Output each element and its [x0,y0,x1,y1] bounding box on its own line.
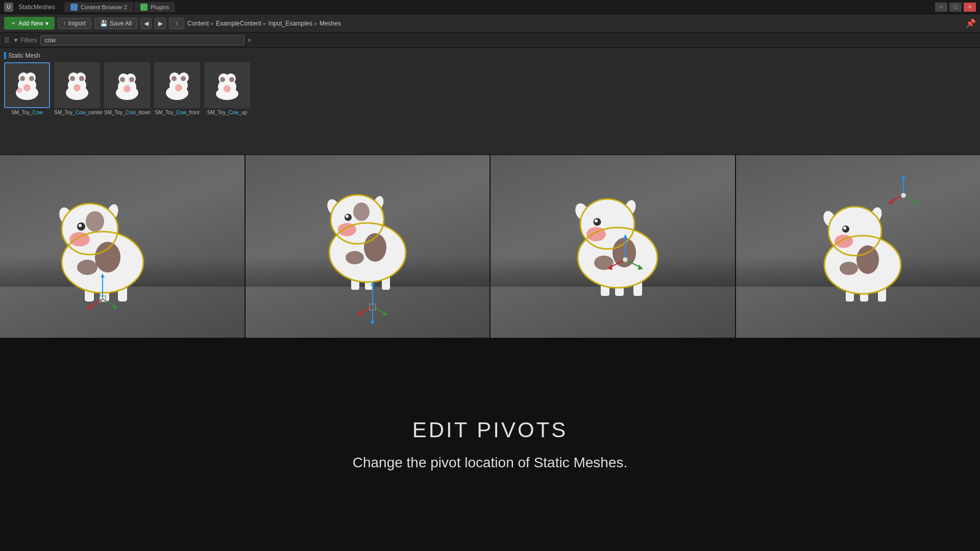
title-bar: U StaticMeshes Content Browser 2 Plugins… [0,0,980,14]
content-area: Static Mesh [0,48,980,551]
import-icon: ↑ [63,20,66,27]
svg-point-106 [840,262,858,275]
svg-marker-97 [623,234,627,238]
edit-pivots-title: EDIT PIVOTS [412,418,568,442]
list-item[interactable]: SM_Toy_Cow_center [54,62,100,115]
asset-name: SM_Toy_Cow_center [54,110,100,115]
viewport-grid [0,155,980,338]
breadcrumb-meshes[interactable]: Meshes [320,20,341,27]
chevron-down-icon: ▾ [45,20,48,27]
filter-bar: ☰ ▼ Filters × [0,33,980,48]
svg-point-38 [95,242,120,272]
plus-icon: ＋ [10,19,16,28]
asset-thumbnail[interactable] [204,62,250,108]
svg-point-7 [17,88,22,93]
svg-rect-91 [601,280,609,296]
asset-browser: Static Mesh [0,48,980,155]
svg-point-40 [86,211,104,232]
main-toolbar: ＋ Add New ▾ ↑ Import 💾 Save All ◀ ▶ ↑ Co… [0,14,980,33]
cow-thumbnail-5 [209,67,245,103]
up-button[interactable]: ↑ [169,18,184,29]
window-controls: ─ □ ✕ [935,3,976,12]
svg-marker-78 [357,311,362,316]
viewport-bg-4 [736,155,981,338]
breadcrumb-input-examples[interactable]: Input_Examples [268,20,312,27]
close-button[interactable]: ✕ [964,3,976,12]
svg-point-27 [181,76,186,81]
asset-thumbnail[interactable] [104,62,150,108]
tab-content-browser[interactable]: Content Browser 2 [64,2,133,12]
list-item[interactable]: SM_Toy_Cow_front [154,62,200,115]
cow-thumbnail-4 [159,67,195,103]
svg-marker-99 [607,265,612,270]
pivot-gizmo-2 [357,282,398,328]
category-label: Static Mesh [4,52,976,59]
viewport-3[interactable] [491,155,736,338]
clear-search-button[interactable]: × [248,36,252,44]
asset-name: SM_Toy_Cow_up [207,110,247,115]
svg-point-61 [346,251,364,264]
svg-point-62 [353,203,370,221]
bottom-panel: EDIT PIVOTS Change the pivot location of… [0,338,980,551]
breadcrumb: Content ▸ ExampleContent ▸ Input_Example… [187,20,341,27]
pin-button[interactable]: 📌 [966,18,976,28]
svg-marker-74 [371,282,375,286]
svg-marker-122 [914,199,919,204]
asset-name: SM_Toy_Cow [11,110,43,115]
svg-point-13 [79,76,84,81]
asset-thumbnail[interactable] [54,62,100,108]
view-options-button[interactable]: ☰ [4,37,10,44]
svg-marker-56 [113,304,118,309]
svg-point-123 [901,193,906,198]
breadcrumb-content[interactable]: Content [187,20,209,27]
viewport-1[interactable] [0,155,246,338]
svg-marker-101 [638,265,643,270]
asset-thumbnail[interactable] [4,62,50,108]
pivot-gizmo-1 [87,273,128,314]
minimize-button[interactable]: ─ [935,3,947,12]
tab-plugins[interactable]: Plugins [134,2,175,12]
svg-point-6 [23,84,31,91]
forward-button[interactable]: ▶ [155,18,166,29]
svg-point-34 [229,77,234,82]
edit-pivots-subtitle: Change the pivot location of Static Mesh… [353,455,628,471]
svg-point-42 [79,224,82,227]
asset-thumbnail[interactable] [154,62,200,108]
list-item[interactable]: SM_Toy_Cow_down [104,62,150,115]
list-item[interactable]: SM_Toy_Cow_up [204,62,250,115]
viewport-bg-3 [491,155,735,338]
add-new-button[interactable]: ＋ Add New ▾ [4,17,55,30]
asset-grid: SM_Toy_Cow SM_Toy_C [4,62,976,115]
import-button[interactable]: ↑ Import [58,18,91,29]
search-input[interactable] [40,35,244,45]
cow-thumbnail-3 [109,67,145,103]
svg-point-87 [595,219,598,222]
svg-point-35 [224,85,231,92]
svg-rect-112 [846,286,854,302]
back-button[interactable]: ◀ [140,18,152,29]
svg-point-14 [74,84,81,91]
svg-marker-52 [101,273,105,278]
svg-point-105 [856,245,879,274]
svg-point-21 [124,85,131,92]
svg-point-108 [843,227,846,230]
cow-thumbnail-1 [9,67,45,103]
maximize-button[interactable]: □ [949,3,962,12]
list-item[interactable]: SM_Toy_Cow [4,62,50,115]
app-title: StaticMeshes [18,4,55,11]
svg-point-19 [120,77,125,82]
svg-point-12 [70,76,75,81]
svg-line-53 [90,299,103,307]
save-all-button[interactable]: 💾 Save All [94,18,137,29]
svg-point-4 [20,76,25,81]
viewport-bg-2 [246,155,490,338]
breadcrumb-example-content[interactable]: ExampleContent [216,20,261,27]
tab-bar: Content Browser 2 Plugins [64,2,175,12]
viewport-4[interactable] [736,155,981,338]
svg-point-5 [29,76,34,81]
category-color-bar [4,52,6,59]
filters-button[interactable]: ▼ Filters [13,37,37,44]
viewport-2[interactable] [246,155,491,338]
svg-point-102 [623,257,628,262]
tab-content-browser-icon [70,4,78,11]
